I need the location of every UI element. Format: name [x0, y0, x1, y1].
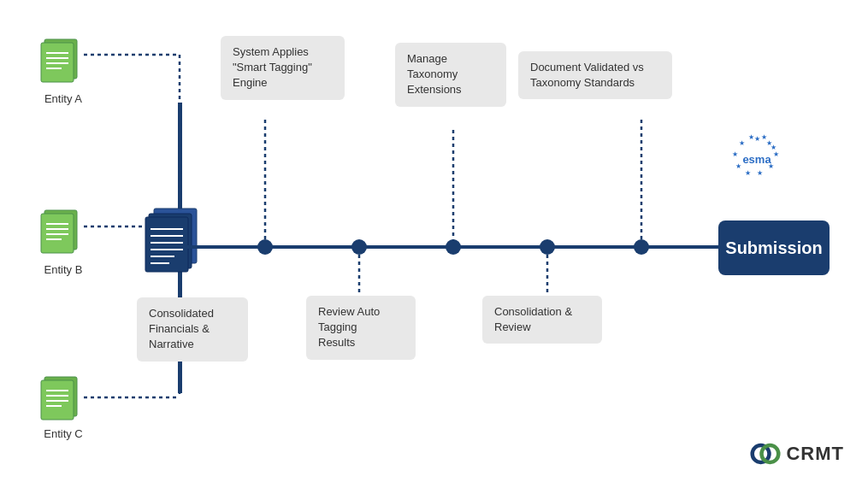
- consolidation-review-box: Consolidation &Review: [482, 296, 602, 344]
- svg-text:★: ★: [745, 169, 751, 177]
- smart-tagging-text: System Applies"Smart Tagging"Engine: [233, 45, 312, 89]
- svg-text:★: ★: [739, 139, 745, 147]
- entity-c-doc: [38, 372, 84, 423]
- smart-tagging-box: System Applies"Smart Tagging"Engine: [221, 36, 345, 100]
- doc-validated-box: Document Validated vsTaxonomy Standards: [518, 51, 672, 99]
- doc-validated-text: Document Validated vsTaxonomy Standards: [530, 61, 644, 89]
- node-1: [257, 239, 273, 255]
- entity-a-doc: [38, 34, 84, 85]
- consolidation-review-text: Consolidation &Review: [494, 305, 572, 333]
- esma-logo: ★ ★ ★ ★ ★ ★ ★ ★ ★ ★ ★ ★ esma: [731, 132, 782, 184]
- node-4: [540, 239, 555, 255]
- svg-text:★: ★: [754, 135, 760, 143]
- consolidated-label-text: ConsolidatedFinancials &Narrative: [149, 307, 214, 350]
- svg-text:★: ★: [735, 162, 741, 170]
- entity-c-label: Entity C: [38, 427, 89, 440]
- svg-text:★: ★: [757, 169, 763, 177]
- node5-line-up: [641, 120, 642, 239]
- submission-label: Submission: [725, 238, 822, 258]
- node-5: [634, 239, 649, 255]
- svg-text:★: ★: [771, 144, 776, 151]
- node1-line-up: [265, 120, 266, 239]
- entity-a-label: Entity A: [38, 92, 89, 105]
- svg-text:★: ★: [761, 133, 767, 141]
- esma-circle-icon: ★ ★ ★ ★ ★ ★ ★ ★ ★ ★ ★ ★ esma: [731, 132, 782, 184]
- main-canvas: Entity A Entity B Entity C: [0, 0, 868, 488]
- node3-line-up: [453, 130, 454, 241]
- crmt-icon: [750, 438, 781, 469]
- crmt-logo: CRMT: [750, 438, 844, 469]
- submission-box: Submission: [718, 220, 830, 275]
- review-auto-tagging-box: Review AutoTaggingResults: [306, 296, 416, 360]
- svg-text:★: ★: [748, 133, 754, 141]
- svg-text:★: ★: [732, 150, 738, 158]
- consolidated-label-box: ConsolidatedFinancials &Narrative: [137, 297, 248, 362]
- timeline: [178, 245, 811, 249]
- manage-taxonomy-box: ManageTaxonomyExtensions: [395, 43, 506, 107]
- crmt-text: CRMT: [786, 443, 844, 465]
- consolidated-doc: [144, 205, 204, 273]
- svg-text:esma: esma: [742, 153, 771, 166]
- entity-b-label: Entity B: [38, 263, 89, 276]
- manage-taxonomy-text: ManageTaxonomyExtensions: [407, 52, 462, 96]
- entity-b-doc: [38, 205, 84, 256]
- node-2: [351, 239, 367, 255]
- review-auto-tagging-text: Review AutoTaggingResults: [318, 305, 380, 349]
- svg-text:★: ★: [773, 150, 779, 158]
- node-3: [446, 239, 461, 255]
